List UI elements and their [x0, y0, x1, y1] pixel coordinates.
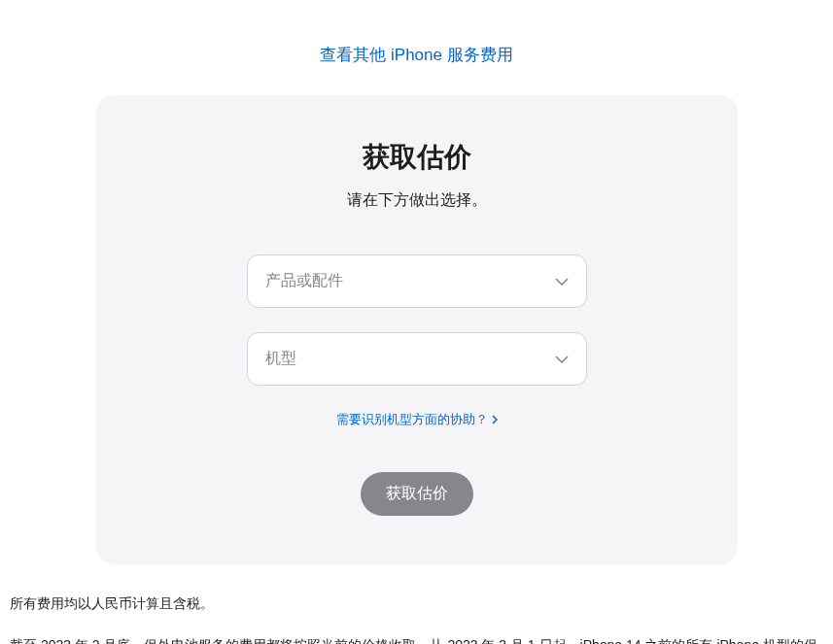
other-services-link[interactable]: 查看其他 iPhone 服务费用: [320, 46, 512, 64]
product-select[interactable]: 产品或配件: [247, 254, 587, 308]
help-link-text: 需要识别机型方面的协助？: [336, 411, 488, 428]
card-subtitle: 请在下方做出选择。: [135, 190, 699, 211]
footer: 所有费用均以人民币计算且含税。 截至 2023 年 2 月底，保外电池服务的费用…: [10, 564, 823, 644]
model-select[interactable]: 机型: [247, 332, 587, 386]
estimate-card: 获取估价 请在下方做出选择。 产品或配件 机型 需要识别机型方面的协助？: [96, 95, 738, 564]
model-select-placeholder: 机型: [265, 349, 296, 369]
chevron-down-icon: [555, 278, 569, 286]
product-select-placeholder: 产品或配件: [265, 271, 343, 291]
chevron-down-icon: [555, 356, 569, 363]
chevron-right-icon: [492, 413, 498, 427]
card-title: 获取估价: [135, 139, 699, 176]
product-select-wrapper: 产品或配件: [247, 254, 587, 308]
top-link-row: 查看其他 iPhone 服务费用: [10, 0, 823, 95]
get-estimate-button[interactable]: 获取估价: [361, 472, 473, 516]
footer-price-notice: 截至 2023 年 2 月底，保外电池服务的费用都将按照当前的价格收取。从 20…: [10, 633, 823, 644]
model-select-wrapper: 机型: [247, 332, 587, 386]
identify-model-help-link[interactable]: 需要识别机型方面的协助？: [336, 411, 498, 428]
footer-price-text: 截至 2023 年 2 月底，保外电池服务的费用都将按照当前的价格收取。从 20…: [10, 637, 817, 644]
footer-currency-note: 所有费用均以人民币计算且含税。: [10, 592, 823, 616]
